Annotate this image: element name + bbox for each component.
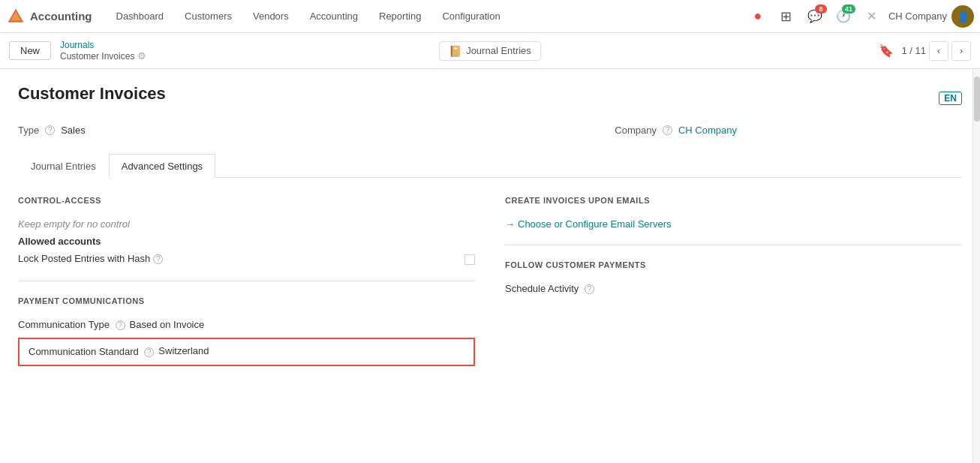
status-dot[interactable]: ● xyxy=(746,5,770,29)
divider-1 xyxy=(18,281,475,281)
gear-icon[interactable]: ⚙ xyxy=(137,50,146,62)
app-title: Accounting xyxy=(30,10,92,23)
allowed-accounts-label: Allowed accounts xyxy=(18,236,475,247)
bookmark-icon[interactable]: 🔖 xyxy=(879,44,894,58)
tab-bar: Journal Entries Advanced Settings xyxy=(18,154,962,178)
keep-empty-text: Keep empty for no control xyxy=(18,218,475,230)
next-page-button[interactable]: › xyxy=(951,41,971,61)
company-value[interactable]: CH Company xyxy=(678,125,737,136)
comm-type-value: Based on Invoice xyxy=(130,319,205,330)
pagination: 🔖 1 / 11 ‹ › xyxy=(879,41,971,61)
follow-payments-title: FOLLOW CUSTOMER PAYMENTS xyxy=(505,260,962,272)
new-button[interactable]: New xyxy=(9,41,51,60)
main-content: Customer Invoices EN Type ? Sales Compan… xyxy=(0,69,980,463)
breadcrumb-parent[interactable]: Journals xyxy=(60,40,146,50)
alert-badge: 41 xyxy=(842,5,855,14)
nav-accounting[interactable]: Accounting xyxy=(299,0,368,33)
type-field: Type ? Sales xyxy=(18,125,86,136)
comm-type-label: Communication Type ? xyxy=(18,319,125,330)
left-column: CONTROL-ACCESS Keep empty for no control… xyxy=(18,196,475,381)
comm-standard-value: Switzerland xyxy=(158,345,209,356)
nav-dashboard[interactable]: Dashboard xyxy=(106,0,175,33)
tab-advanced-settings[interactable]: Advanced Settings xyxy=(109,154,215,178)
content-grid: CONTROL-ACCESS Keep empty for no control… xyxy=(18,196,962,381)
type-help-icon[interactable]: ? xyxy=(45,125,55,135)
nav-configuration[interactable]: Configuration xyxy=(431,0,510,33)
journal-entries-badge[interactable]: 📔 Journal Entries xyxy=(439,41,541,61)
page-header: Customer Invoices EN xyxy=(18,84,962,113)
payment-comm-title: PAYMENT COMMUNICATIONS xyxy=(18,296,475,308)
schedule-help-icon[interactable]: ? xyxy=(585,284,594,294)
comm-standard-help[interactable]: ? xyxy=(144,347,154,357)
top-navigation: Accounting Dashboard Customers Vendors A… xyxy=(0,0,980,33)
company-help-icon[interactable]: ? xyxy=(663,125,672,135)
control-access-section: CONTROL-ACCESS Keep empty for no control… xyxy=(18,196,475,266)
schedule-activity-row: Schedule Activity ? xyxy=(505,283,962,294)
company-name: CH Company xyxy=(888,11,947,22)
language-badge[interactable]: EN xyxy=(939,92,962,105)
nav-vendors[interactable]: Vendors xyxy=(242,0,299,33)
metadata-row: Type ? Sales Company ? CH Company xyxy=(18,125,962,140)
app-logo[interactable] xyxy=(6,7,26,26)
nav-reporting[interactable]: Reporting xyxy=(368,0,431,33)
lock-checkbox[interactable] xyxy=(464,254,475,265)
scrollbar xyxy=(972,69,980,463)
alert-icon[interactable]: 🕐 41 xyxy=(831,5,855,29)
comm-standard-label: Communication Standard ? xyxy=(29,345,154,359)
chat-badge: 8 xyxy=(815,5,827,14)
pagination-text: 1 / 11 xyxy=(901,45,926,56)
apps-icon[interactable]: ⊞ xyxy=(774,5,798,29)
lock-posted-row: Lock Posted Entries with Hash ? xyxy=(18,253,475,266)
breadcrumb-current: Customer Invoices ⚙ xyxy=(60,50,146,62)
payment-communications-section: PAYMENT COMMUNICATIONS Communication Typ… xyxy=(18,296,475,366)
tab-journal-entries[interactable]: Journal Entries xyxy=(18,154,109,178)
create-invoices-section: CREATE INVOICES UPON EMAILS Choose or Co… xyxy=(505,196,962,230)
nav-right-icons: ● ⊞ 💬 8 🕐 41 ✕ CH Company 👤 xyxy=(746,5,974,29)
comm-standard-highlighted-row: Communication Standard ? Switzerland xyxy=(18,338,475,366)
follow-payments-section: FOLLOW CUSTOMER PAYMENTS Schedule Activi… xyxy=(505,260,962,294)
journal-entries-label: Journal Entries xyxy=(466,45,531,56)
nav-customers[interactable]: Customers xyxy=(174,0,242,33)
comm-type-row: Communication Type ? Based on Invoice xyxy=(18,319,475,330)
breadcrumb: Journals Customer Invoices ⚙ xyxy=(60,40,146,62)
control-access-title: CONTROL-ACCESS xyxy=(18,196,475,208)
create-invoices-title: CREATE INVOICES UPON EMAILS xyxy=(505,196,962,208)
comm-type-help[interactable]: ? xyxy=(116,320,125,330)
secondary-bar: New Journals Customer Invoices ⚙ 📔 Journ… xyxy=(0,33,980,69)
main-nav: Dashboard Customers Vendors Accounting R… xyxy=(106,0,746,33)
divider-2 xyxy=(505,245,962,245)
chat-icon[interactable]: 💬 8 xyxy=(803,5,827,29)
schedule-label: Schedule Activity ? xyxy=(505,283,610,294)
prev-page-button[interactable]: ‹ xyxy=(929,41,948,61)
lock-help-icon[interactable]: ? xyxy=(153,254,163,264)
user-avatar[interactable]: 👤 xyxy=(951,5,974,28)
scrollbar-thumb[interactable] xyxy=(974,77,980,122)
tools-icon[interactable]: ✕ xyxy=(860,5,884,29)
email-servers-link[interactable]: Choose or Configure Email Servers xyxy=(505,218,962,230)
page-title: Customer Invoices xyxy=(18,84,166,104)
company-field: Company ? CH Company xyxy=(615,125,737,136)
lock-label: Lock Posted Entries with Hash xyxy=(18,253,150,266)
book-icon: 📔 xyxy=(449,45,461,57)
right-column: CREATE INVOICES UPON EMAILS Choose or Co… xyxy=(505,196,962,381)
